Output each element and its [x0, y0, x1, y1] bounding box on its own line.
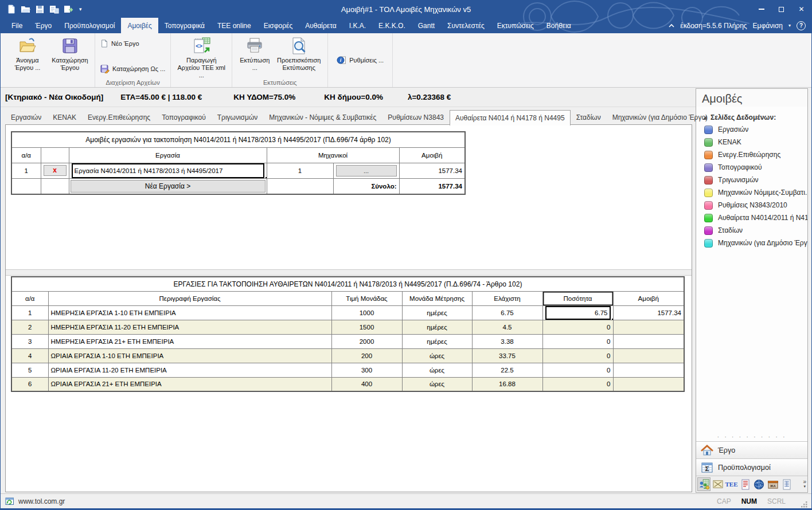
fee-cell: 1577.34: [399, 163, 465, 178]
ribbon-group-prints: Εκτύπωση ... Προεπισκόπιση Εκτύπωσης Εκτ…: [232, 33, 328, 87]
menu-syntelestes[interactable]: Συντελεστές: [441, 18, 491, 33]
unit-cell: ώρες: [402, 348, 472, 363]
save-as-button[interactable]: Καταχώρηση Ως ...: [100, 64, 165, 73]
close-button[interactable]: ✕: [791, 1, 811, 18]
qty-cell[interactable]: 0: [542, 320, 613, 334]
workspace: Εργασιών ΚΕΝΑΚ Ενεργ.Επιθεώρησης Τοπογρα…: [1, 107, 696, 493]
open-project-button[interactable]: Άνοιγμα Έργου ...: [7, 36, 48, 72]
print-button[interactable]: Εκτύπωση ...: [236, 36, 273, 72]
sidebar-page-mixanikon-nomimes[interactable]: Μηχανικών Νόμιμες-Συμβατι...: [696, 186, 807, 199]
engineers-more-button[interactable]: ...: [336, 165, 397, 176]
tab-page-content: Αμοιβές εργασιών για τακτοποίηση Ν4014/2…: [5, 124, 692, 492]
tab-ergasion[interactable]: Εργασιών: [5, 110, 47, 125]
menu-file[interactable]: File: [5, 18, 29, 33]
min-cell: 3.38: [472, 334, 542, 348]
fees-module-icon[interactable]: [697, 477, 710, 491]
tab-kenak[interactable]: ΚΕΝΑΚ: [47, 110, 82, 125]
tab-topografikou[interactable]: Τοπογραφικού: [156, 110, 212, 125]
engineers-count-cell[interactable]: 1: [267, 163, 333, 178]
qty-cell[interactable]: 0: [542, 377, 613, 391]
menu-ektyposeis[interactable]: Εκτυπώσεις: [491, 18, 540, 33]
delete-row-button[interactable]: x: [44, 165, 67, 176]
sidebar-icon-strip: ΤΕΕ ΙΚΑ »▾: [696, 476, 807, 492]
sidebar-page-stadion[interactable]: Σταδίων: [696, 224, 807, 237]
titlebar: ▾ Αμοιβή#1 - ΤΟΛ Αμοιβές Μηχανικών v5 ✕: [1, 1, 811, 18]
document-red-icon[interactable]: [739, 477, 752, 491]
qty-cell[interactable]: 0: [542, 363, 613, 377]
nav-ergo[interactable]: Έργο: [696, 441, 807, 458]
qat-new-icon[interactable]: [6, 5, 16, 14]
sidebar-page-ergasion[interactable]: Εργασιών: [696, 123, 807, 136]
tab-mixanikon-dimosio[interactable]: Μηχανικών (για Δημόσιο Έργο): [607, 110, 713, 125]
tab-mixanikon-nomimes[interactable]: Μηχανικών - Νόμιμες & Συμβατικές: [263, 110, 382, 125]
display-menu-item[interactable]: Εμφάνιση: [753, 22, 783, 30]
new-row-cell: Νέα Εργασία >: [69, 178, 267, 194]
table2-header-desc: Περιγραφή Εργασίας: [48, 291, 331, 305]
ergasia-input[interactable]: [72, 163, 264, 178]
menu-ika[interactable]: Ι.Κ.Α.: [343, 18, 372, 33]
sidebar-page-afthereta-n4014[interactable]: Αυθαίρετα Ν4014/2011 ή Ν41...: [696, 211, 807, 224]
sidebar-page-kenak[interactable]: ΚΕΝΑΚ: [696, 136, 807, 148]
menu-afthereta[interactable]: Αυθαίρετα: [299, 18, 343, 33]
table-row: 1 x 1 ... 1577.34: [11, 163, 465, 178]
menu-voitheia[interactable]: Βοήθεια: [540, 18, 577, 33]
menu-ekko[interactable]: Ε.Κ.Κ.Ο.: [372, 18, 412, 33]
document-table-icon[interactable]: [780, 477, 793, 491]
page-color-swatch: [704, 201, 713, 210]
website-link[interactable]: www.tol.com.gr: [1, 497, 65, 505]
sidebar-page-mixanikon-dimosio[interactable]: Μηχανικών (για Δημόσιο Έργ...: [696, 237, 807, 249]
selection-handle[interactable]: [612, 319, 614, 320]
qty-cell[interactable]: 0: [542, 334, 613, 348]
settings-button[interactable]: i Ρυθμίσεις ...: [332, 56, 388, 65]
qat-save-icon[interactable]: [35, 5, 45, 14]
maximize-button[interactable]: [771, 1, 791, 18]
new-ergasia-button[interactable]: Νέα Εργασία >: [71, 180, 266, 193]
qat-customize-caret-icon[interactable]: ▾: [78, 6, 82, 12]
display-caret-icon[interactable]: ▾: [788, 23, 791, 28]
tab-energ-epitheorisis[interactable]: Ενεργ.Επιθεώρησης: [82, 110, 156, 125]
menu-tee-online[interactable]: TEE online: [211, 18, 257, 33]
help-icon[interactable]: ?: [797, 21, 806, 30]
qat-open-icon[interactable]: [21, 5, 30, 14]
sidebar-page-energ-epitheorisis[interactable]: Ενεργ.Επιθεώρησης: [696, 148, 807, 161]
print-preview-button[interactable]: Προεπισκόπιση Εκτύπωσης: [274, 36, 323, 72]
menu-proypologismoi[interactable]: Προϋπολογισμοί: [58, 18, 121, 33]
resize-grip[interactable]: [801, 501, 808, 508]
selection-handle[interactable]: [266, 177, 267, 179]
project-type-label: [Κτηριακό - Νέα Οικοδομή]: [5, 93, 103, 101]
tab-stadion[interactable]: Σταδίων: [571, 110, 607, 125]
globe-icon[interactable]: [752, 477, 766, 491]
sidebar-page-trigonismon[interactable]: Τριγωνισμών: [696, 174, 807, 186]
sidebar-splitter-handle[interactable]: · · · · · · · · · ·: [696, 434, 807, 441]
sidebar-page-topografikou[interactable]: Τοπογραφικού: [696, 161, 807, 174]
menu-eisfores[interactable]: Εισφορές: [257, 18, 299, 33]
strip-overflow-button[interactable]: »▾: [803, 480, 806, 489]
menu-amoives[interactable]: Αμοιβές: [121, 18, 158, 33]
tab-trigonismon[interactable]: Τριγωνισμών: [212, 110, 264, 125]
ekko-envelope-icon[interactable]: [711, 477, 724, 491]
menu-topografika[interactable]: Τοπογραφικά: [158, 18, 211, 33]
qat-print-setup-icon[interactable]: [49, 5, 59, 14]
tee-module-icon[interactable]: ΤΕΕ: [725, 477, 738, 491]
row-number-cell: 1: [11, 305, 48, 320]
section-splitter[interactable]: [6, 269, 692, 276]
sidebar-page-rythmiseis-n3843[interactable]: Ρυθμίσεις Ν3843/2010: [696, 199, 807, 211]
save-project-button[interactable]: Καταχώρηση Έργου: [49, 36, 91, 72]
qat-export-icon[interactable]: [64, 5, 73, 14]
qty-cell[interactable]: 0: [542, 348, 613, 363]
menu-gantt[interactable]: Gantt: [412, 18, 441, 33]
tab-afthereta-n4014[interactable]: Αυθαίρετα Ν4014 ή Ν4178 ή Ν4495: [450, 110, 571, 125]
table1-header-mixanikoi: Μηχανικοί: [267, 147, 399, 163]
tee-xml-button[interactable]: <> Παραγωγή Αρχείου TEE xml ...: [175, 36, 228, 79]
tab-rythmiseon-n3843[interactable]: Ρυθμίσεων Ν3843: [382, 110, 450, 125]
nav-proypologismoi[interactable]: Σ Προϋπολογισμοί: [696, 458, 807, 476]
ika-building-icon[interactable]: ΙΚΑ: [766, 477, 779, 491]
menu-ergo[interactable]: Έργο: [29, 18, 58, 33]
new-project-button[interactable]: Νέο Έργο: [100, 39, 165, 48]
qty-input[interactable]: [545, 306, 611, 320]
minimize-button[interactable]: [751, 1, 771, 18]
ribbon-collapse-icon[interactable]: [669, 23, 674, 28]
table1-header-num: α/α: [11, 147, 41, 163]
page-color-swatch: [704, 163, 713, 172]
printer-icon: [245, 37, 264, 55]
